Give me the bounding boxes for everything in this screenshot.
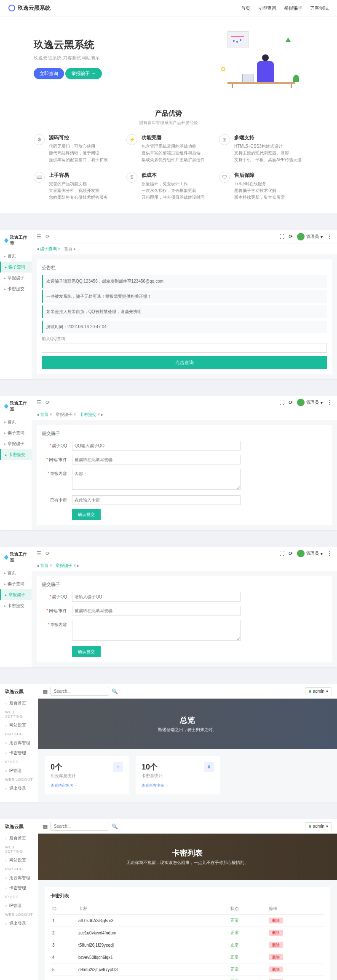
admin-menu-item[interactable]: IP管理 [0, 901, 38, 911]
menu-card[interactable]: 卡密提交 [0, 600, 32, 611]
nav-test[interactable]: 刀客测试 [310, 5, 329, 11]
admin-menu-item[interactable]: 用云库管理 [0, 738, 38, 748]
search-input[interactable] [50, 822, 109, 831]
breadcrumb: ◂ 首页 × 举报骗子 × ▸ [32, 560, 337, 571]
breadcrumb: ◂ 骗子查询 × 首页 ▸ [32, 243, 337, 254]
admin-menu-item[interactable]: 退出登录 [0, 783, 38, 794]
hero-subtitle: 斯诺登端之日，骑士归来之时。 [158, 727, 217, 733]
refresh-icon[interactable]: ⟳ [45, 400, 50, 405]
menu-toggle-icon[interactable]: ☰ [37, 400, 41, 405]
menu-home[interactable]: 首页 [0, 251, 32, 262]
admin-menu-item[interactable]: 网站设置 [0, 720, 38, 730]
form-input[interactable] [72, 441, 241, 451]
hero-illustration [219, 29, 303, 88]
user-menu[interactable]: 管理员 ▾ [297, 550, 323, 557]
table-title: 卡密列表 [51, 893, 324, 899]
hero-report-button[interactable]: 举报骗子 [65, 68, 102, 79]
menu-home[interactable]: 首页 [0, 416, 32, 427]
fullscreen-icon[interactable]: ⛶ [279, 551, 284, 556]
search-icon[interactable]: 🔍 [112, 823, 118, 829]
menu-report[interactable]: 举报骗子 [0, 438, 32, 449]
menu-card[interactable]: 卡密提交 [0, 449, 32, 460]
admin-user-menu[interactable]: admin ▾ [305, 687, 332, 695]
menu-toggle-icon[interactable]: ☰ [37, 234, 41, 240]
delete-button[interactable]: 删除 [269, 930, 283, 936]
more-icon[interactable]: ⋮ [327, 234, 332, 240]
admin-user-menu[interactable]: admin ▾ [305, 822, 332, 830]
feature-icon: ⚡ [126, 134, 137, 145]
refresh-icon[interactable]: ⟳ [289, 400, 293, 405]
admin-menu-item[interactable]: IP管理 [0, 766, 38, 776]
refresh-icon[interactable]: ⟳ [45, 234, 50, 240]
card-link[interactable]: 查看所有卡密 → [142, 783, 169, 788]
menu-query[interactable]: 骗子查询 [0, 262, 32, 273]
cell-key: 7bqmz45tznl6rk5xao [77, 976, 229, 980]
delete-button[interactable]: 删除 [269, 918, 283, 923]
fullscreen-icon[interactable]: ⛶ [279, 400, 284, 405]
refresh-icon[interactable]: ⟳ [289, 551, 293, 556]
logo-icon [8, 5, 15, 11]
delete-button[interactable]: 删除 [269, 979, 283, 980]
delete-button[interactable]: 删除 [269, 954, 283, 960]
admin-menu-item[interactable]: 卡密管理 [0, 883, 38, 893]
admin-menu-item[interactable]: 退出登录 [0, 918, 38, 929]
form-label: 已有卡密 [42, 495, 67, 503]
submit-button[interactable]: 确认提交 [72, 509, 101, 520]
user-menu[interactable]: 管理员 ▾ [297, 233, 323, 240]
form-input[interactable] [72, 592, 241, 602]
hero-query-button[interactable]: 立即查询 [34, 68, 64, 79]
table-header: 状态 [229, 903, 267, 915]
nav-query[interactable]: 立即查询 [258, 5, 276, 11]
menu-toggle-icon[interactable]: ▦ [43, 823, 48, 829]
form-input[interactable] [72, 495, 241, 505]
form-label: *网站/事件 [42, 455, 67, 463]
menu-toggle-icon[interactable]: ☰ [37, 551, 41, 556]
stat-card: ≡0个用云库总统计查看待审黑名 → [45, 756, 129, 794]
cell-status: 正常 [229, 939, 267, 951]
refresh-icon[interactable]: ⟳ [45, 551, 50, 556]
cell-key: t58uhi26j1f29yeqdj [77, 939, 229, 951]
card-icon: ≡ [113, 762, 123, 772]
delete-button[interactable]: 删除 [269, 942, 283, 948]
user-menu[interactable]: 管理员 ▾ [297, 399, 323, 406]
admin-menu-item[interactable]: 网站设置 [0, 855, 38, 865]
menu-query[interactable]: 骗子查询 [0, 578, 32, 589]
admin-menu-item[interactable]: 用云库管理 [0, 873, 38, 883]
feature-desc: 包含管理系统常用的基础功能提供丰富的前端页面组件和后端集成众多优秀组件并主动扩展… [142, 143, 205, 163]
nav-home[interactable]: 首页 [241, 5, 250, 11]
menu-card[interactable]: 卡密提交 [0, 283, 32, 294]
submit-button[interactable]: 确认提交 [72, 646, 101, 657]
more-icon[interactable]: ⋮ [327, 551, 332, 556]
nav-report[interactable]: 举报骗子 [284, 5, 302, 11]
query-button[interactable]: 点击查询 [42, 356, 327, 369]
form-textarea[interactable] [72, 620, 241, 641]
menu-report[interactable]: 举报骗子 [0, 273, 32, 283]
dash-logo: 玖逸工作室 [0, 400, 32, 416]
table-header: ID [51, 903, 77, 915]
delete-button[interactable]: 删除 [269, 967, 283, 972]
cell-id: 5 [51, 964, 77, 976]
feature-desc: HTML5+CSS3构建式设计支持主流的现代浏览器、兼容支持手机、平板、桌面AP… [234, 143, 302, 163]
form-input[interactable] [72, 606, 241, 616]
table-header: 卡密 [77, 903, 229, 915]
admin-menu-item[interactable]: 后台首页 [0, 698, 38, 708]
feature-icon: 📖 [34, 172, 45, 183]
more-icon[interactable]: ⋮ [327, 400, 332, 405]
feature-icon: 🛡 [219, 172, 230, 183]
card-link[interactable]: 查看待审黑名 → [51, 783, 78, 788]
form-textarea[interactable] [72, 469, 241, 490]
table-row: 2zcc1u0vkwxt4fndpm正常删除 [51, 927, 324, 939]
menu-report[interactable]: 举报骗子 [0, 589, 32, 600]
admin-menu-item[interactable]: 后台首页 [0, 833, 38, 843]
search-icon[interactable]: 🔍 [112, 688, 118, 694]
menu-home[interactable]: 首页 [0, 567, 32, 578]
form-input[interactable] [72, 455, 241, 464]
admin-menu-item[interactable]: 卡密管理 [0, 748, 38, 758]
cell-key: c9mtu2i2jfuw67yp0l3 [77, 964, 229, 976]
qq-query-input[interactable] [42, 343, 327, 353]
menu-toggle-icon[interactable]: ▦ [43, 688, 48, 694]
search-input[interactable] [50, 687, 109, 696]
menu-query[interactable]: 骗子查询 [0, 427, 32, 438]
refresh-icon[interactable]: ⟳ [289, 234, 293, 240]
fullscreen-icon[interactable]: ⛶ [279, 234, 284, 240]
